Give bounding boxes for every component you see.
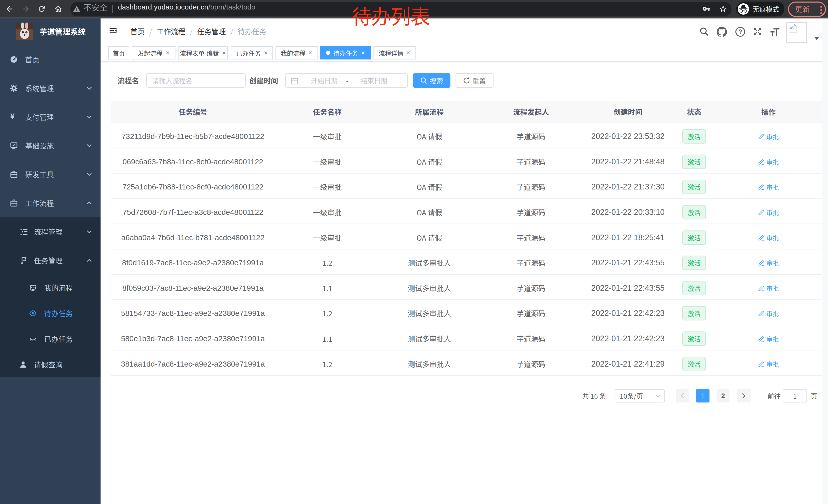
svg-text:?: ? <box>739 28 742 35</box>
